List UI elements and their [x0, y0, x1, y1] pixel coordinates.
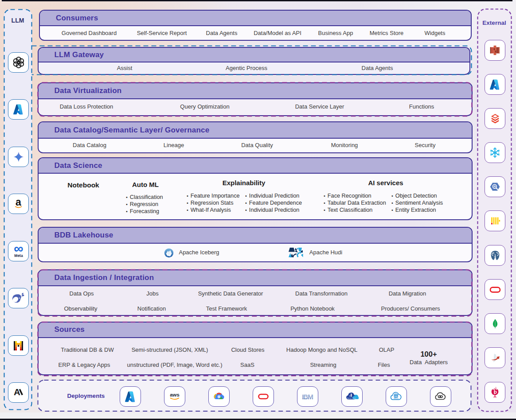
- svg-text:A: A: [14, 387, 20, 397]
- svg-text:a: a: [16, 198, 21, 208]
- svg-text:Hybrid Cloud: Hybrid Cloud: [347, 397, 356, 399]
- svg-text:Meta: Meta: [14, 253, 23, 258]
- svg-text:VMware: VMware: [394, 398, 399, 400]
- svg-text:aws: aws: [170, 392, 180, 397]
- svg-text:IBM: IBM: [302, 393, 313, 401]
